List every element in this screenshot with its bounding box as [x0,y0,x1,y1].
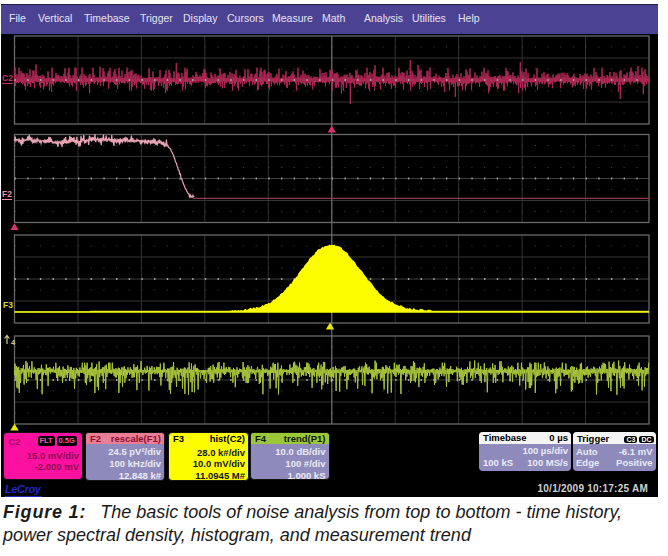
svg-text:4: 4 [11,338,16,346]
